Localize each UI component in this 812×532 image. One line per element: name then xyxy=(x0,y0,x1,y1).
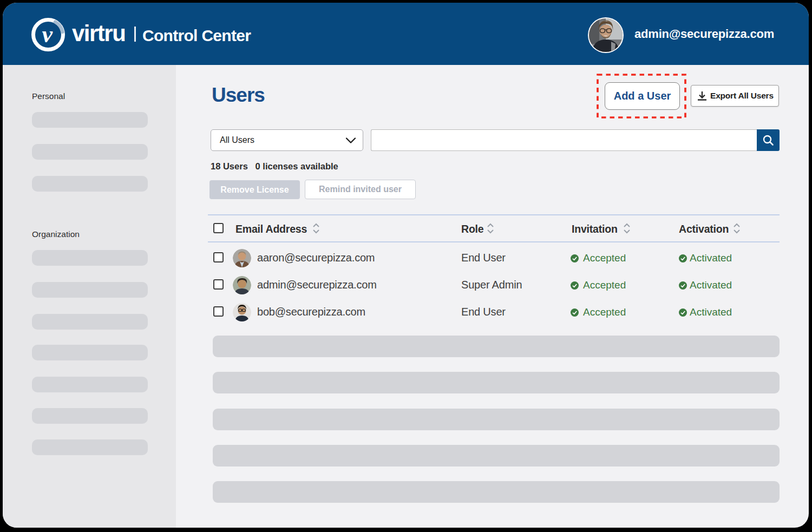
svg-text:ν: ν xyxy=(42,21,53,48)
